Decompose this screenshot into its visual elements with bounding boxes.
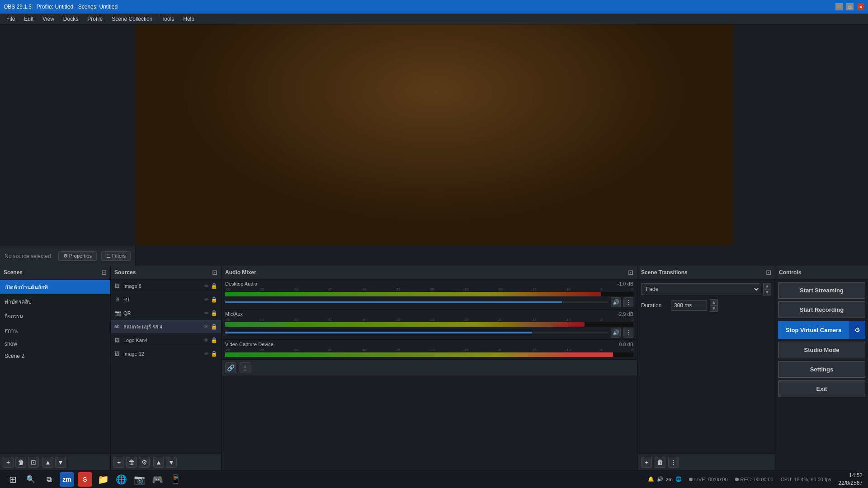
source-item-1[interactable]: 🖥 RT ✏ 🔒 <box>111 293 221 306</box>
menu-docks[interactable]: Docks <box>59 15 83 23</box>
scene-item-4[interactable]: show <box>0 338 110 350</box>
app-chrome[interactable]: 🌐 <box>114 472 128 487</box>
source-down-button[interactable]: ▼ <box>166 457 177 468</box>
scene-item-3[interactable]: สกาน <box>0 324 110 338</box>
app-zm[interactable]: zm <box>60 472 74 487</box>
sources-panel: Sources ⊡ 🖼 Image 8 ✏ 🔒 🖥 RT ✏ 🔒 <box>111 266 222 470</box>
duration-row: Duration ▲ ▼ <box>641 299 771 312</box>
audio-footer: 🔗 ⋮ <box>222 359 637 375</box>
app-camera[interactable]: 📷 <box>132 472 146 487</box>
audio-more-button[interactable]: ⋮ <box>240 362 250 373</box>
source-lock-0[interactable]: 🔒 <box>211 283 217 289</box>
source-name-4: Logo Kan4 <box>123 338 201 343</box>
source-actions-4: 👁 🔒 <box>203 337 217 343</box>
video-meter-row <box>225 352 633 357</box>
transition-more-button[interactable]: ⋮ <box>668 457 679 468</box>
app-files[interactable]: 📁 <box>96 472 110 487</box>
transition-add-button[interactable]: + <box>641 457 652 468</box>
start-streaming-button[interactable]: Start Streaming <box>778 282 865 299</box>
menu-file[interactable]: File <box>2 15 19 23</box>
scene-add-button[interactable]: + <box>3 457 14 468</box>
minimize-button[interactable]: ─ <box>835 3 843 10</box>
source-item-3[interactable]: ab สแมกจะนบุรี รส 4 👁 🔒 <box>111 320 221 333</box>
transition-up-button[interactable]: ▲ <box>763 283 771 289</box>
source-lock-2[interactable]: 🔒 <box>211 310 217 316</box>
source-item-2[interactable]: 📷 QR ✏ 🔒 <box>111 306 221 320</box>
scene-item-0[interactable]: เปิดตัวบ้านต้นสักทิ <box>0 280 110 295</box>
mic-mute-button[interactable]: 🔊 <box>611 328 621 338</box>
source-item-0[interactable]: 🖼 Image 8 ✏ 🔒 <box>111 279 221 293</box>
source-edit-0[interactable]: ✏ <box>204 283 209 289</box>
source-eye-3[interactable]: 👁 <box>203 324 209 330</box>
menu-help[interactable]: Help <box>179 15 199 23</box>
controls-panel-header: Controls <box>775 266 868 279</box>
menu-profile[interactable]: Profile <box>83 15 107 23</box>
source-eye-4[interactable]: 👁 <box>203 337 209 343</box>
sources-panel-icon[interactable]: ⊡ <box>212 269 217 276</box>
source-add-button[interactable]: + <box>113 457 124 468</box>
source-props-button[interactable]: ⚙ <box>139 457 150 468</box>
no-source-bar: No source selected ⚙ Properties ☰ Filter… <box>0 246 136 266</box>
source-edit-1[interactable]: ✏ <box>204 296 209 303</box>
transition-delete-button[interactable]: 🗑 <box>655 457 665 468</box>
source-lock-4[interactable]: 🔒 <box>211 337 217 343</box>
task-view-button[interactable]: ⧉ <box>42 472 56 487</box>
duration-up-button[interactable]: ▲ <box>710 299 718 305</box>
source-name-2: QR <box>123 310 202 316</box>
close-button[interactable]: ✕ <box>857 3 864 10</box>
app-game[interactable]: 🎮 <box>150 472 165 487</box>
audio-panel-icon[interactable]: ⊡ <box>628 269 633 276</box>
transition-down-button[interactable]: ▼ <box>763 289 771 296</box>
desktop-volume-slider[interactable] <box>225 301 608 303</box>
app-phone[interactable]: 📱 <box>168 472 183 487</box>
scene-transitions-panel: Scene Transitions ⊡ Fade Cut Stinger Sli… <box>637 266 775 470</box>
controls-panel: Controls Start Streaming Start Recording… <box>775 266 868 470</box>
maximize-button[interactable]: □ <box>846 3 854 10</box>
scene-up-button[interactable]: ▲ <box>42 457 53 468</box>
virtual-camera-settings-button[interactable]: ⚙ <box>849 321 865 339</box>
desktop-mute-button[interactable]: 🔊 <box>611 297 621 307</box>
desktop-audio-db: -1.0 dB <box>618 281 633 286</box>
start-button[interactable]: ⊞ <box>5 472 20 487</box>
source-type-icon-2: 📷 <box>114 310 121 316</box>
properties-button[interactable]: ⚙ Properties <box>58 251 97 261</box>
transition-type-select[interactable]: Fade Cut Stinger Slide <box>641 283 760 295</box>
scene-item-2[interactable]: กิจกรรม <box>0 309 110 324</box>
desktop-more-button[interactable]: ⋮ <box>623 297 633 307</box>
stop-virtual-camera-button[interactable]: Stop Virtual Camera <box>778 321 849 339</box>
mic-volume-slider[interactable] <box>225 332 608 333</box>
scene-delete-button[interactable]: 🗑 <box>15 457 26 468</box>
studio-mode-button[interactable]: Studio Mode <box>778 342 865 358</box>
scene-filter-button[interactable]: ⊡ <box>28 457 39 468</box>
menu-tools[interactable]: Tools <box>157 15 179 23</box>
audio-chain-button[interactable]: 🔗 <box>225 362 236 373</box>
source-up-button[interactable]: ▲ <box>153 457 164 468</box>
menu-view[interactable]: View <box>38 15 59 23</box>
source-edit-5[interactable]: ✏ <box>204 351 209 357</box>
duration-input[interactable] <box>671 300 707 311</box>
scene-item-5[interactable]: Scene 2 <box>0 350 110 362</box>
scene-item-1[interactable]: ทำบัตรคลิป <box>0 295 110 309</box>
source-edit-2[interactable]: ✏ <box>204 310 209 316</box>
scene-down-button[interactable]: ▼ <box>55 457 66 468</box>
start-recording-button[interactable]: Start Recording <box>778 301 865 318</box>
menu-edit[interactable]: Edit <box>19 15 38 23</box>
filters-button[interactable]: ☰ Filters <box>101 251 131 261</box>
app-s[interactable]: S <box>78 472 92 487</box>
duration-down-button[interactable]: ▼ <box>710 305 718 312</box>
exit-button[interactable]: Exit <box>778 380 865 397</box>
source-lock-5[interactable]: 🔒 <box>211 351 217 357</box>
menu-scene-collection[interactable]: Scene Collection <box>107 15 157 23</box>
mic-audio-db: -2.9 dB <box>618 311 633 317</box>
scenes-panel-icon[interactable]: ⊡ <box>101 269 107 276</box>
source-item-5[interactable]: 🖼 Image 12 ✏ 🔒 <box>111 347 221 361</box>
transitions-panel-icon[interactable]: ⊡ <box>766 269 771 276</box>
source-lock-1[interactable]: 🔒 <box>211 296 217 303</box>
source-item-4[interactable]: 🖼 Logo Kan4 👁 🔒 <box>111 333 221 347</box>
settings-button[interactable]: Settings <box>778 361 865 378</box>
source-lock-3[interactable]: 🔒 <box>211 324 217 330</box>
mic-volume-fill <box>225 332 532 333</box>
search-button[interactable]: 🔍 <box>24 472 38 487</box>
mic-more-button[interactable]: ⋮ <box>623 328 633 338</box>
source-delete-button[interactable]: 🗑 <box>126 457 137 468</box>
